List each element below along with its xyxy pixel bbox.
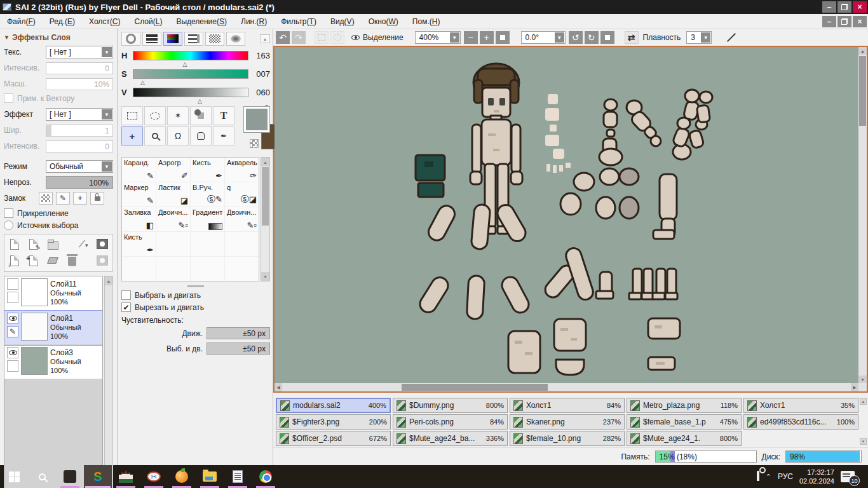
menu-item[interactable]: Окно(W)	[362, 17, 405, 26]
doc-restore-button[interactable]	[837, 16, 851, 27]
document-tab[interactable]: $female_base_1.p475%	[627, 414, 742, 430]
move-sensitivity-field[interactable]: ±50 px	[207, 327, 270, 339]
color-sliders-button[interactable]	[163, 32, 182, 46]
document-tab[interactable]: modulars.sai2400%	[276, 398, 391, 413]
document-tab[interactable]: $Fighter3.png200%	[276, 414, 391, 430]
flip-horizontal-button[interactable]: ⇄	[625, 31, 639, 44]
rotate-cw-button[interactable]: ↻	[585, 31, 599, 44]
scroll-down-icon[interactable]: ▼	[261, 272, 269, 281]
document-tab[interactable]: $Officer_2.psd672%	[276, 431, 391, 446]
zoom-out-button[interactable]: −	[464, 31, 478, 44]
effect-dropdown[interactable]: [ Нет ]▼	[46, 108, 113, 121]
brush-cell[interactable]: qⓢ◪	[225, 182, 259, 207]
panel-scroll-up-button[interactable]: ▲	[260, 34, 270, 43]
layers-scrollbar[interactable]: ▲	[104, 276, 113, 488]
canvas[interactable]	[275, 47, 858, 383]
hue-slider[interactable]: △	[133, 51, 248, 60]
notification-center-button[interactable]: 10	[841, 471, 855, 482]
brush-cell[interactable]: Двоичн...✎▫	[156, 207, 190, 231]
document-tab[interactable]: Холст135%	[743, 398, 858, 413]
brush-cell[interactable]: Кисть✒	[191, 158, 224, 182]
scroll-thumb[interactable]	[402, 384, 548, 391]
eyedropper-tool[interactable]: ✒	[213, 126, 234, 146]
opacity-slider[interactable]: 100%	[46, 176, 113, 189]
texture-dropdown[interactable]: [ Нет ]▼	[46, 46, 113, 58]
scroll-right-icon[interactable]: ▶	[851, 383, 858, 391]
brush-cell[interactable]: Двоичн...✎▫	[225, 207, 259, 231]
brush-cell[interactable]: Заливка◧	[122, 207, 156, 231]
brush-cell[interactable]: Акварель✑	[225, 158, 259, 182]
document-tab[interactable]: $Dummy.png800%	[393, 398, 508, 413]
start-button[interactable]	[0, 465, 28, 488]
canvas-art[interactable]	[275, 47, 858, 383]
brush-cell[interactable]: Ластик◪	[156, 182, 190, 207]
new-folder-button[interactable]	[45, 237, 60, 251]
restore-button[interactable]	[837, 1, 851, 13]
zoom-tool[interactable]	[144, 126, 166, 146]
close-button[interactable]: ×	[853, 1, 867, 13]
taskbar-app-sai[interactable]: S	[84, 465, 112, 488]
text-tool[interactable]: T	[213, 106, 234, 125]
brush-cell[interactable]: Градиент	[191, 207, 224, 231]
menu-item[interactable]: Холст(C)	[82, 17, 127, 26]
color-mixer-button[interactable]	[184, 32, 203, 46]
transform-button[interactable]: ⟋▾	[76, 237, 91, 251]
rect-select-tool[interactable]	[121, 106, 143, 125]
smoothness-select[interactable]: 3▼	[686, 31, 712, 44]
select-move-sensitivity-field[interactable]: ±50 px	[207, 342, 270, 355]
menu-item[interactable]: Ред.(E)	[43, 17, 82, 26]
scroll-down-icon[interactable]: ▼	[858, 376, 867, 383]
shape-select-tool[interactable]	[190, 106, 212, 125]
color-bars-button[interactable]	[142, 32, 161, 46]
saturation-marker[interactable]: △	[140, 79, 145, 86]
saturation-slider[interactable]: △	[133, 69, 248, 79]
color-wheel-button[interactable]	[121, 32, 140, 46]
taskbar-app-fl-studio[interactable]	[168, 465, 196, 488]
rotate-canvas-tool[interactable]: Ω	[167, 126, 189, 146]
brush-scrollbar[interactable]: ▲ ▼	[261, 157, 270, 281]
layer-mask-button[interactable]	[95, 237, 110, 251]
clip-group-checkbox[interactable]	[4, 208, 13, 218]
hand-tool[interactable]	[190, 126, 212, 146]
layer-row[interactable]: Слой3Обычный100%	[4, 345, 102, 379]
layer-effects-header[interactable]: ▼Эффекты Слоя	[4, 33, 113, 42]
lock-draw-button[interactable]: ✎	[56, 192, 70, 205]
blend-mode-dropdown[interactable]: Обычный▼	[46, 160, 113, 173]
layer-thumbnail[interactable]	[21, 278, 48, 306]
zoom-level-select[interactable]: 400%▼	[415, 31, 461, 44]
layer-row[interactable]: ✎Слой1Обычный100%	[4, 311, 102, 345]
add-selection-button[interactable]: +	[26, 254, 41, 268]
transparent-color-icon[interactable]	[250, 139, 259, 148]
taskbar-app-snip[interactable]: ✂	[140, 465, 168, 488]
rotation-angle-select[interactable]: 0.0°▼	[521, 31, 566, 44]
value-marker[interactable]: △	[198, 98, 202, 104]
layer-row[interactable]: Слой11Обычный100%	[4, 276, 102, 311]
lock-alpha-button[interactable]	[39, 192, 53, 205]
scroll-up-icon[interactable]: ▲	[261, 158, 269, 166]
taskbar-app-castle-game[interactable]	[112, 465, 140, 488]
layer-edit-indicator[interactable]: ✎	[7, 326, 18, 337]
layer-toggle-empty[interactable]	[7, 292, 18, 303]
scroll-up-icon[interactable]: ▲	[858, 47, 867, 55]
scroll-thumb[interactable]	[262, 167, 269, 226]
rotate-reset-button[interactable]	[600, 31, 614, 44]
move-tool[interactable]: +	[121, 126, 143, 146]
clock[interactable]: 17:32:17 02.02.2024	[799, 468, 834, 486]
scratchpad-button[interactable]	[226, 32, 245, 46]
brush-cell[interactable]: Каранд.✎	[122, 158, 156, 182]
menu-item[interactable]: Фильтр(T)	[274, 17, 323, 26]
delete-layer-button[interactable]	[64, 254, 79, 268]
document-tab[interactable]: $female_10.png282%	[510, 431, 625, 446]
panel-splitter[interactable]	[121, 284, 270, 288]
menu-item[interactable]: Файл(F)	[0, 17, 43, 26]
foreground-color-swatch[interactable]	[243, 106, 270, 133]
taskbar-app-chrome[interactable]	[252, 465, 280, 488]
tray-expand-chevron[interactable]: ⌃	[766, 473, 771, 481]
layer-visibility-toggle[interactable]	[7, 313, 18, 324]
taskbar-app-explorer[interactable]	[196, 465, 224, 488]
taskbar-app-notepad[interactable]	[224, 465, 252, 488]
lasso-tool[interactable]	[144, 106, 166, 125]
undo-button[interactable]: ↶	[276, 31, 290, 44]
scroll-up-icon[interactable]: ▲	[105, 276, 112, 285]
canvas-horizontal-scrollbar[interactable]: ◀ ▶	[275, 383, 858, 391]
